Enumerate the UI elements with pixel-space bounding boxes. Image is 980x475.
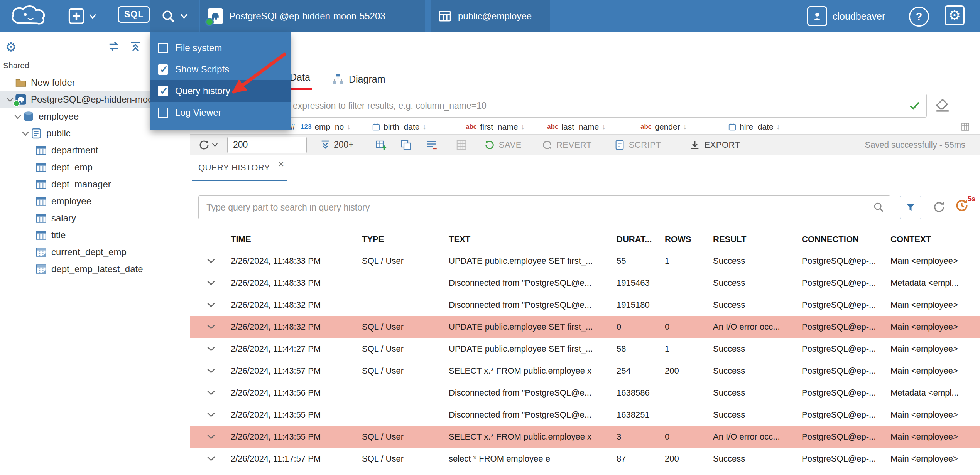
col-duration[interactable]: DURAT... xyxy=(610,234,659,244)
history-row[interactable]: 2/26/2024, 11:43:55 PM SQL / User SELECT… xyxy=(190,426,980,448)
auto-refresh-button[interactable]: 5s xyxy=(955,198,977,213)
tree-item-table-employee[interactable]: employee xyxy=(0,193,190,210)
apply-filter-check-icon[interactable] xyxy=(909,100,920,111)
col-rows[interactable]: ROWS xyxy=(659,234,707,244)
checkbox[interactable] xyxy=(158,43,168,53)
col-connection[interactable]: CONNECTION xyxy=(796,234,884,244)
refresh-button[interactable] xyxy=(198,139,218,151)
column-header-first-name[interactable]: abc first_name↕ xyxy=(466,122,524,131)
close-icon[interactable]: ✕ xyxy=(277,160,284,169)
history-row[interactable]: 2/26/2024, 11:48:32 PM Disconnected from… xyxy=(190,294,980,316)
history-filter-button[interactable] xyxy=(900,196,921,219)
history-cell-text: SELECT x.* FROM public.employee x xyxy=(443,366,610,376)
user-menu[interactable]: cloudbeaver xyxy=(807,0,885,32)
expand-row-icon[interactable] xyxy=(190,324,225,330)
script-button[interactable]: SCRIPT xyxy=(614,140,661,150)
history-cell-type: SQL / User xyxy=(356,344,443,354)
menu-item-log-viewer[interactable]: Log Viewer xyxy=(150,102,291,123)
help-icon: ? xyxy=(909,7,929,27)
settings-button[interactable]: ⚙ xyxy=(945,5,965,25)
object-tab[interactable]: public@employee xyxy=(431,0,550,32)
history-cell-type: SQL / User xyxy=(356,322,443,332)
history-cell-context: Metadata <empl... xyxy=(884,388,980,398)
history-refresh-button[interactable] xyxy=(933,200,946,214)
history-row[interactable]: 2/26/2024, 11:48:32 PM SQL / User UPDATE… xyxy=(190,316,980,338)
expand-row-icon[interactable] xyxy=(190,390,225,396)
sql-editor-button[interactable]: SQL xyxy=(118,6,150,23)
history-row[interactable]: 2/26/2024, 11:48:33 PM Disconnected from… xyxy=(190,272,980,294)
expand-row-icon[interactable] xyxy=(190,434,225,440)
col-result[interactable]: RESULT xyxy=(707,234,796,244)
tree-item-table-dept-emp[interactable]: dept_emp xyxy=(0,159,190,176)
collapse-all-icon[interactable] xyxy=(129,41,142,53)
column-header-birth-date[interactable]: birth_date↕ xyxy=(372,122,426,131)
expander-icon[interactable] xyxy=(13,114,23,119)
expander-icon[interactable] xyxy=(20,131,30,136)
menu-item-query-history[interactable]: Query history xyxy=(150,80,291,102)
new-connection-button[interactable] xyxy=(68,8,96,25)
auto-refresh-icon xyxy=(955,198,969,213)
history-row[interactable]: 2/26/2024, 11:43:56 PM Disconnected from… xyxy=(190,382,980,404)
history-row[interactable]: 2/26/2024, 11:43:57 PM SQL / User SELECT… xyxy=(190,360,980,382)
expand-row-icon[interactable] xyxy=(190,368,225,374)
history-row[interactable]: 2/26/2024, 11:17:57 PM SQL / User select… xyxy=(190,448,980,470)
tab-data[interactable]: Data xyxy=(288,66,312,90)
expand-row-icon[interactable] xyxy=(190,258,225,264)
filter-expression-input[interactable] xyxy=(200,94,901,118)
tree-item-table-salary[interactable]: salary xyxy=(0,210,190,227)
tree-item-table-department[interactable]: department xyxy=(0,142,190,159)
menu-item-file-system[interactable]: File system xyxy=(150,37,291,59)
col-time[interactable]: TIME xyxy=(225,234,356,244)
sidebar-settings-gear-icon[interactable]: ⚙ xyxy=(5,41,17,53)
history-row[interactable]: 2/26/2024, 11:43:55 PM Disconnected from… xyxy=(190,404,980,426)
refresh-icon xyxy=(933,200,946,214)
checkbox[interactable] xyxy=(158,108,168,118)
tab-query-history[interactable]: QUERY HISTORY ✕ xyxy=(192,155,287,181)
grid-view-button[interactable] xyxy=(456,139,467,151)
column-header-gender[interactable]: abc gender↕ xyxy=(640,122,687,131)
fetch-next-page-button[interactable]: 200+ xyxy=(320,140,354,150)
col-context[interactable]: CONTEXT xyxy=(884,234,980,244)
checkbox[interactable] xyxy=(158,86,168,96)
duplicate-row-button[interactable] xyxy=(400,139,412,151)
delete-row-button[interactable] xyxy=(426,139,437,151)
save-button[interactable]: SAVE xyxy=(484,140,522,150)
connection-tab[interactable]: PostgreSQL@ep-hidden-moon-55203 xyxy=(200,0,425,32)
expand-row-icon[interactable] xyxy=(190,456,225,462)
fetch-size-input[interactable] xyxy=(227,137,307,153)
add-row-button[interactable] xyxy=(375,139,387,151)
tab-diagram[interactable]: Diagram xyxy=(330,68,387,90)
col-type[interactable]: TYPE xyxy=(356,234,443,244)
expand-row-icon[interactable] xyxy=(190,302,225,308)
tree-item-table-dept-manager[interactable]: dept_manager xyxy=(0,176,190,193)
history-row[interactable]: 2/26/2024, 11:44:27 PM SQL / User UPDATE… xyxy=(190,338,980,360)
history-cell-time: 2/26/2024, 11:48:32 PM xyxy=(225,300,356,310)
expand-row-icon[interactable] xyxy=(190,412,225,418)
history-row[interactable]: 2/26/2024, 11:48:33 PM SQL / User UPDATE… xyxy=(190,250,980,272)
table-icon xyxy=(35,195,47,207)
col-text[interactable]: TEXT xyxy=(443,234,610,244)
help-button[interactable]: ? xyxy=(909,7,929,27)
history-cell-duration: 1638586 xyxy=(610,388,659,398)
expand-row-icon[interactable] xyxy=(190,346,225,352)
grid-settings-icon[interactable] xyxy=(961,122,970,131)
query-history-search-input[interactable] xyxy=(198,195,890,219)
history-cell-type: SQL / User xyxy=(356,432,443,442)
expand-row-icon[interactable] xyxy=(190,280,225,286)
column-header-hire-date[interactable]: hire_date↕ xyxy=(728,122,780,131)
column-header-last-name[interactable]: abc last_name↕ xyxy=(547,122,605,131)
tree-item-view-current-dept-emp[interactable]: current_dept_emp xyxy=(0,244,190,261)
revert-button[interactable]: REVERT xyxy=(542,140,592,150)
tree-item-table-title[interactable]: title xyxy=(0,227,190,244)
sync-connections-icon[interactable] xyxy=(107,41,120,53)
history-cell-context: Main <employee> xyxy=(884,366,980,376)
tools-menu-button[interactable] xyxy=(150,0,199,32)
checkbox[interactable] xyxy=(158,64,168,75)
clear-filter-eraser-icon[interactable] xyxy=(934,97,951,113)
menu-item-show-scripts[interactable]: Show Scripts xyxy=(150,59,291,80)
main-panel: Data Diagram xyxy=(190,32,980,475)
export-button[interactable]: EXPORT xyxy=(689,140,740,150)
history-cell-connection: PostgreSQL@ep-... xyxy=(796,432,884,442)
column-header-emp-no[interactable]: 123 emp_no↕ xyxy=(301,122,350,131)
tree-item-view-dept-emp-latest-date[interactable]: dept_emp_latest_date xyxy=(0,261,190,278)
